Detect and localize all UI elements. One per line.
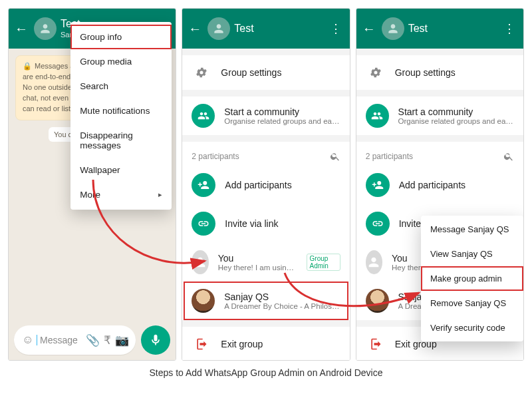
group-settings-label: Group settings [221,67,281,78]
group-settings-label: Group settings [395,67,456,78]
header-titles: Test [408,23,428,35]
community-subtitle: Organise related groups and easily reach… [224,117,340,125]
participants-count: 2 participants [192,152,239,161]
gear-icon [192,63,211,83]
lock-icon: 🔒 [23,62,32,70]
community-icon [366,104,389,128]
search-icon[interactable] [503,151,514,162]
group-avatar[interactable] [382,17,404,40]
member-context-menu: Message Sanjay QS View Sanjay QS Make gr… [421,216,523,341]
group-title: Test [408,23,428,35]
avatar-sanjay [366,289,389,313]
group-info-header: ← Test ⋮ [182,9,349,49]
camera-icon[interactable]: 📷 [114,333,129,347]
group-info-header: ← Test ⋮ [356,9,523,49]
start-community-row[interactable]: Start a community Organise related group… [182,97,349,135]
member-name: Sanjay QS [224,292,340,302]
person-icon [386,22,400,35]
member-status: Hey there! I am using WhatsApp. [218,264,297,272]
avatar-you [192,250,208,274]
participants-header: 2 participants [182,142,349,166]
overflow-menu: Group info Group media Search Mute notif… [70,22,172,210]
group-avatar[interactable] [207,17,230,40]
message-input-bar: ☺ Message 📎 ₹ 📷 [14,325,170,355]
menu-more[interactable]: More [70,182,172,207]
exit-icon [192,334,211,354]
add-participants-label: Add participants [399,180,466,190]
overflow-button[interactable]: ⋮ [499,21,519,36]
back-button[interactable]: ← [186,21,203,37]
avatar-you [366,250,382,274]
attach-icon[interactable]: 📎 [85,333,100,347]
admin-badge: Group Admin [307,254,340,271]
menu-group-info[interactable]: Group info [70,25,172,49]
community-title: Start a community [224,106,340,117]
payment-icon[interactable]: ₹ [100,333,114,347]
ctx-remove[interactable]: Remove Sanjay QS [421,291,523,315]
message-placeholder: Message [37,335,85,345]
link-icon [366,212,390,236]
invite-link-row[interactable]: Invite via link [182,204,349,243]
menu-search[interactable]: Search [70,74,172,99]
screen-1-chat: ← Test Sanjay QS, You 🔒Messages and call… [8,8,176,361]
add-person-icon [366,173,390,197]
add-participants-row[interactable]: Add participants [182,166,349,204]
invite-link-label: Invite via link [225,218,278,229]
tutorial-caption: Steps to Add WhatsApp Group Admin on And… [8,361,524,378]
group-info-body[interactable]: Group settings Start a community Organis… [182,49,349,360]
mic-icon [149,333,162,347]
member-sanjay-row[interactable]: Sanjay QS A Dreamer By Choice - A Philos… [182,282,349,320]
overflow-button[interactable]: ⋮ [326,21,346,36]
avatar-sanjay [192,289,215,313]
screen-2-group-info: ← Test ⋮ Group settings [182,8,350,361]
ctx-verify[interactable]: Verify security code [421,315,523,340]
mic-button[interactable] [141,325,170,355]
emoji-icon[interactable]: ☺ [21,333,35,347]
community-subtitle: Organise related groups and easily reach… [398,117,514,125]
back-button[interactable]: ← [13,21,30,37]
tutorial-canvas: ← Test Sanjay QS, You 🔒Messages and call… [0,0,532,396]
search-icon[interactable] [330,151,340,162]
group-settings-row[interactable]: Group settings [356,55,523,90]
community-icon [192,104,215,128]
group-title: Test [234,23,253,35]
header-titles: Test [234,23,253,35]
menu-group-media[interactable]: Group media [70,49,172,74]
member-name: You [218,253,297,264]
screenshot-row: ← Test Sanjay QS, You 🔒Messages and call… [8,8,524,361]
member-you-row[interactable]: You Hey there! I am using WhatsApp. Grou… [182,243,349,282]
add-participants-label: Add participants [225,180,291,190]
community-title: Start a community [398,106,514,117]
ctx-message[interactable]: Message Sanjay QS [421,217,523,242]
person-icon [212,22,225,35]
menu-disappearing[interactable]: Disappearing messages [70,123,172,158]
add-participants-row[interactable]: Add participants [356,166,523,204]
person-icon [39,22,52,35]
start-community-row[interactable]: Start a community Organise related group… [356,97,523,135]
back-button[interactable]: ← [360,21,378,37]
gear-icon [366,63,386,83]
ctx-view[interactable]: View Sanjay QS [421,242,523,266]
exit-label: Exit group [221,339,263,349]
message-input[interactable]: ☺ Message 📎 ₹ 📷 [14,325,136,355]
screen-3-context-menu: ← Test ⋮ Group settings [356,8,524,361]
member-status: A Dreamer By Choice - A Philosopher B… [224,302,340,310]
link-icon [192,212,215,236]
menu-mute[interactable]: Mute notifications [70,99,172,123]
participants-count: 2 participants [366,152,413,161]
group-settings-row[interactable]: Group settings [182,55,349,90]
participants-header: 2 participants [356,142,523,166]
ctx-make-admin[interactable]: Make group admin [421,266,523,291]
menu-wallpaper[interactable]: Wallpaper [70,158,172,182]
exit-icon [366,334,386,354]
group-info-body[interactable]: Group settings Start a community Organis… [356,49,523,360]
exit-group-row[interactable]: Exit group [182,327,349,360]
add-person-icon [192,173,215,197]
group-avatar[interactable] [34,17,57,40]
